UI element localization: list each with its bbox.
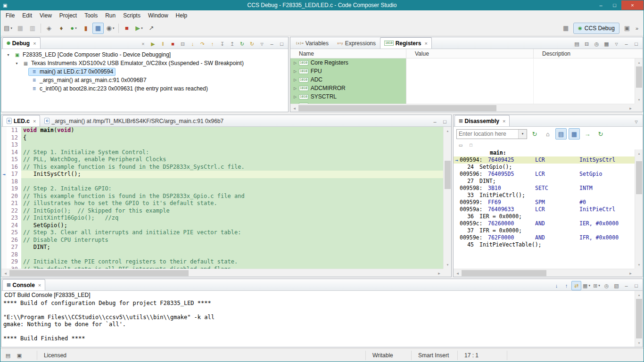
view-menu-button[interactable]: ▽	[257, 39, 267, 49]
scroll-down-icon[interactable]: ▼	[635, 96, 643, 104]
collapse-all-button[interactable]: ⊟	[582, 39, 592, 49]
disassembly-row[interactable]: 009599:FF69SPM#0	[454, 199, 635, 206]
breakpoint-margin[interactable]	[1, 127, 7, 134]
breakpoint-margin[interactable]	[1, 193, 7, 200]
scrollbar-thumb[interactable]	[9, 270, 189, 276]
column-name[interactable]: Name	[290, 49, 406, 58]
new-file-button[interactable]: ▤▾	[2, 23, 14, 34]
scrollbar-thumb[interactable]	[636, 66, 642, 88]
disassembly-horizontal-scrollbar[interactable]: ◀ ▶	[454, 269, 635, 277]
debug-tree-item[interactable]: ≡_args_main() at args_main.c:91 0x0096B7	[1, 76, 288, 84]
breakpoint-margin[interactable]	[1, 200, 7, 207]
debug-tree-item[interactable]: ≡c_int00() at boot28.inc:223 0x009631 (t…	[1, 84, 288, 93]
scroll-up-icon[interactable]: ▲	[635, 291, 643, 299]
code-line[interactable]: 15// PLL, WatchDog, enable Peripheral Cl…	[1, 156, 443, 164]
menu-item-project[interactable]: Project	[56, 11, 81, 20]
location-combo[interactable]: ▾	[456, 129, 527, 139]
code-editor[interactable]: 11void main(void)12{13 14// Step 1. Init…	[1, 127, 443, 269]
remove-terminated-button[interactable]: ×	[138, 39, 148, 49]
tab-disassembly[interactable]: ▥ Disassembly ×	[454, 115, 510, 126]
code-line[interactable]: 13	[1, 141, 443, 149]
disassembly-row[interactable]: 37IFR = 0x0000;	[454, 227, 635, 234]
disassembly-row[interactable]: 00959e:762F0000ANDIFR, #0x0000	[454, 234, 635, 241]
refresh-button[interactable]: ↻	[247, 39, 257, 49]
debug-tree-item[interactable]: ▾▦Texas Instruments XDS100v2 USB Emulato…	[1, 59, 288, 67]
expander-icon[interactable]: ▷	[292, 61, 298, 65]
breakpoint-margin[interactable]	[1, 156, 7, 164]
code-line[interactable]: 28	[1, 251, 443, 259]
menu-item-edit[interactable]: Edit	[18, 11, 36, 20]
clear-console-button[interactable]: ▧	[611, 281, 621, 290]
tab-args-main[interactable]: c _args_main() at /tmp/TI_MKLIBr6S4KF/SR…	[40, 115, 228, 126]
tree-expander-icon[interactable]: ▾	[14, 61, 20, 66]
tab-debug[interactable]: ◉ Debug ×	[2, 37, 41, 49]
show-source-button[interactable]: ▦	[569, 128, 580, 140]
code-line[interactable]: 22// InitGpio(); // Skipped for this exa…	[1, 207, 443, 215]
breakpoint-margin[interactable]	[1, 207, 7, 215]
minimize-view-button[interactable]: –	[621, 39, 631, 49]
code-line[interactable]: 27 DINT;	[1, 244, 443, 251]
disassembly-row[interactable]: main:	[454, 149, 635, 156]
menu-item-scripts[interactable]: Scripts	[119, 11, 144, 20]
open-perspective-button[interactable]: ▦	[560, 23, 571, 34]
column-description[interactable]: Description	[534, 49, 643, 58]
maximize-view-button[interactable]: □	[631, 281, 641, 290]
refresh-button[interactable]: ↻	[529, 128, 540, 140]
step-return-button[interactable]: ↑	[207, 39, 217, 49]
maximize-view-button[interactable]: □	[440, 117, 450, 126]
breakpoint-margin[interactable]	[1, 229, 7, 237]
menu-item-file[interactable]: File	[2, 11, 18, 20]
expander-icon[interactable]: ▷	[292, 78, 298, 82]
minimize-view-button[interactable]: –	[267, 39, 277, 49]
breakpoint-margin[interactable]	[1, 149, 7, 156]
close-tab-icon[interactable]: ×	[424, 41, 427, 46]
code-line[interactable]: 12{	[1, 134, 443, 142]
editor-vertical-scrollbar[interactable]: ▲ ▼	[443, 127, 451, 269]
close-tab-icon[interactable]: ×	[33, 41, 36, 46]
menu-item-help[interactable]: Help	[172, 11, 191, 20]
terminate-button[interactable]: ■	[121, 23, 132, 34]
disassembly-row[interactable]: 36IER = 0x0000;	[454, 213, 635, 220]
breakpoint-margin[interactable]	[1, 222, 7, 230]
tab-expressions[interactable]: x+y Expressions	[333, 37, 380, 49]
perspective-overflow-chevron[interactable]: »	[635, 25, 639, 31]
menu-item-view[interactable]: View	[36, 11, 56, 20]
breakpoint-margin[interactable]	[1, 164, 7, 171]
disassembly-vertical-scrollbar[interactable]: ▲ ▼	[635, 149, 643, 269]
disconnect-button[interactable]: ⊟	[178, 39, 188, 49]
layout-button[interactable]: ▦	[602, 39, 611, 49]
register-group-row[interactable]: ▷1010SYSCTRL	[290, 92, 635, 101]
breakpoint-margin[interactable]	[1, 134, 7, 142]
scroll-down-icon[interactable]: ▼	[444, 261, 452, 269]
terminate-button[interactable]: ■	[168, 39, 178, 49]
suspend-button[interactable]: ‖	[158, 39, 168, 49]
resume-button[interactable]: ▶	[148, 39, 158, 49]
tree-expander-icon[interactable]: ▾	[5, 53, 11, 57]
maximize-view-button[interactable]: □	[277, 39, 287, 49]
save-button[interactable]: ▦	[15, 23, 26, 34]
watch-button[interactable]: ◉▾	[105, 23, 116, 34]
breakpoint-margin[interactable]	[1, 178, 7, 186]
scroll-right-icon[interactable]: ▶	[627, 104, 635, 112]
scroll-down-icon[interactable]: ▼	[635, 339, 643, 347]
pin-view-button[interactable]: ◎	[592, 39, 602, 49]
instruction-step-into-button[interactable]: ↧	[217, 39, 227, 49]
maximize-view-button[interactable]: □	[631, 39, 641, 49]
restart-button[interactable]: ↻	[237, 39, 247, 49]
menu-item-run[interactable]: Run	[101, 11, 119, 20]
code-line[interactable]: 23// InitXintf16Gpio(); //zq	[1, 214, 443, 222]
combo-dropdown-icon[interactable]: ▾	[518, 130, 527, 139]
save-all-button[interactable]: ▥	[27, 23, 38, 34]
scroll-up-icon[interactable]: ▲	[444, 127, 452, 135]
scrollbar-thumb[interactable]	[445, 161, 451, 189]
code-line[interactable]: 29// Initialize the PIE control register…	[1, 258, 443, 266]
breakpoint-margin[interactable]	[1, 141, 7, 149]
minimize-view-button[interactable]: –	[430, 117, 440, 126]
build-button[interactable]: ♦	[56, 23, 67, 34]
scrollbar-thumb[interactable]	[636, 299, 642, 338]
breakpoint-margin[interactable]	[1, 251, 7, 259]
minimize-button[interactable]: –	[594, 0, 608, 10]
debug-button[interactable]: ●▾	[68, 23, 79, 34]
scrollbar-thumb[interactable]	[462, 270, 546, 276]
breakpoint-margin[interactable]	[1, 185, 7, 193]
